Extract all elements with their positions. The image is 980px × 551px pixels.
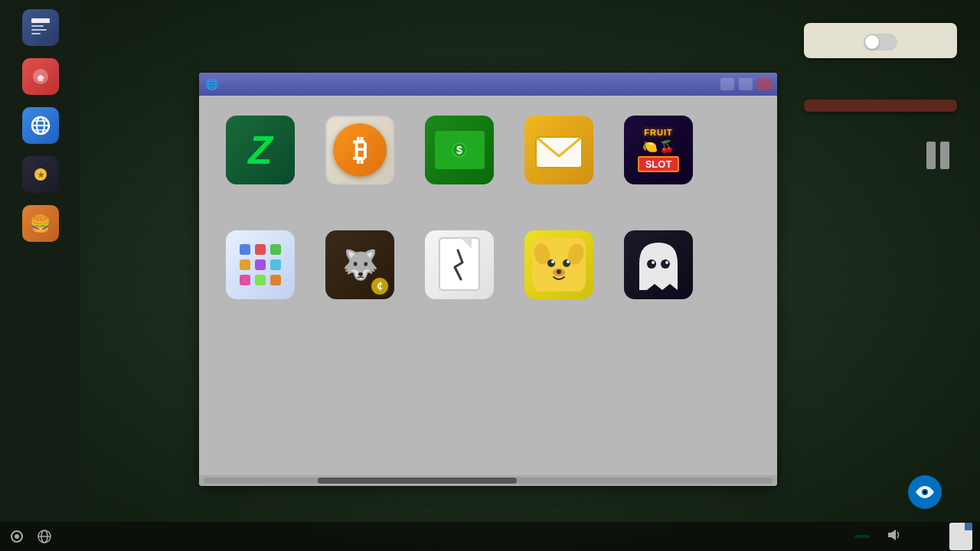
- pause-bar-left: [926, 142, 936, 169]
- apps-icon: [226, 230, 295, 299]
- dot-3: [270, 244, 281, 255]
- kawaii-icon: [524, 230, 593, 299]
- eye-button[interactable]: [908, 475, 942, 509]
- app-apps[interactable]: [214, 226, 306, 333]
- taskbar-globe-icon[interactable]: [35, 527, 54, 546]
- taskbar-document-icon[interactable]: [949, 523, 972, 550]
- www-minimize-button[interactable]: [720, 78, 734, 90]
- sidebar-item-foods[interactable]: 🍔: [6, 202, 75, 246]
- cafe-status-panel: [804, 23, 957, 58]
- mycoins-icon: ★: [22, 156, 59, 193]
- svg-point-14: [923, 491, 926, 494]
- bill-inner: $: [435, 131, 485, 169]
- www-titlebar: 🌐: [199, 73, 777, 96]
- www-window: 🌐 Z ₿: [199, 73, 777, 486]
- cafe-toggle-container: [815, 34, 946, 51]
- svg-rect-2: [31, 29, 47, 31]
- warcry-icon: 🐺 ₵: [325, 230, 394, 299]
- app-zamazor[interactable]: Z: [214, 111, 306, 218]
- fruitslot-icon: FRUIT 🍋 🍒 SLOT: [624, 116, 693, 184]
- dot-1: [240, 244, 250, 255]
- app-bill[interactable]: $: [413, 111, 505, 218]
- app-mail[interactable]: [513, 111, 605, 218]
- app-warcry[interactable]: 🐺 ₵: [314, 226, 406, 333]
- svg-point-25: [547, 259, 555, 267]
- app-fruitslot[interactable]: FRUIT 🍋 🍒 SLOT: [612, 111, 704, 218]
- taskbar-money-display: [854, 535, 870, 538]
- pause-button[interactable]: [926, 142, 949, 169]
- svg-point-26: [563, 259, 570, 267]
- dot-8: [255, 275, 266, 285]
- notification-banner: [804, 99, 957, 112]
- dot-4: [240, 259, 250, 270]
- crypto-icon: ₿: [325, 116, 394, 184]
- cafe-toggle[interactable]: [864, 34, 897, 51]
- svg-point-27: [551, 260, 554, 263]
- svg-point-32: [661, 259, 670, 269]
- scrollbar-thumb[interactable]: [318, 478, 517, 484]
- foods-icon: 🍔: [22, 205, 59, 242]
- bill-icon: $: [425, 116, 494, 184]
- zamazor-icon: Z: [226, 116, 295, 184]
- dot-2: [255, 244, 266, 255]
- svg-point-31: [647, 259, 656, 269]
- pause-bar-right: [940, 142, 949, 169]
- app-kawaii[interactable]: [513, 226, 605, 333]
- sidebar-item-www[interactable]: [6, 104, 75, 148]
- app-crack[interactable]: [413, 226, 505, 333]
- ghost-icon: [624, 230, 693, 299]
- dot-6: [270, 259, 281, 270]
- sidebar-item-mycafe[interactable]: [6, 55, 75, 99]
- www-icon: [22, 107, 59, 144]
- cafecraft-icon: [22, 9, 59, 46]
- sidebar-item-mycoins[interactable]: ★: [6, 153, 75, 197]
- taskbar-sound-icon[interactable]: [885, 527, 900, 546]
- www-resize-button[interactable]: [739, 78, 753, 90]
- mail-icon: [524, 116, 593, 184]
- scrollbar-track: [204, 478, 773, 484]
- dot-5: [255, 259, 266, 270]
- crack-icon: [425, 230, 494, 299]
- svg-point-28: [567, 260, 570, 263]
- toggle-thumb: [865, 35, 879, 49]
- mycafe-icon: [22, 58, 59, 95]
- app-ghost[interactable]: [612, 226, 704, 333]
- svg-point-33: [652, 261, 655, 264]
- taskbar: [0, 522, 980, 551]
- svg-point-30: [557, 269, 561, 274]
- svg-rect-5: [38, 79, 43, 81]
- svg-text:$: $: [456, 144, 462, 156]
- zamazor-z-letter: Z: [248, 130, 273, 170]
- www-content: Z ₿ $: [199, 96, 777, 475]
- www-scrollbar[interactable]: [199, 475, 777, 486]
- sidebar-item-cafecraft[interactable]: [6, 6, 75, 51]
- svg-point-36: [15, 534, 19, 539]
- svg-text:★: ★: [37, 171, 44, 179]
- dot-7: [240, 275, 250, 285]
- taskbar-settings-icon[interactable]: [8, 527, 26, 546]
- www-apps-grid: Z ₿ $: [214, 111, 762, 333]
- apps-dots: [230, 235, 290, 295]
- dot-9: [270, 275, 281, 285]
- svg-rect-3: [31, 33, 41, 34]
- svg-point-34: [665, 261, 668, 264]
- svg-rect-1: [31, 25, 44, 27]
- sidebar: ★ 🍔: [0, 0, 80, 520]
- www-title-icon: 🌐: [205, 78, 218, 90]
- svg-rect-0: [31, 18, 50, 23]
- www-close-button[interactable]: [757, 78, 771, 90]
- bitcoin-circle: ₿: [333, 123, 387, 177]
- app-crypto[interactable]: ₿: [314, 111, 406, 218]
